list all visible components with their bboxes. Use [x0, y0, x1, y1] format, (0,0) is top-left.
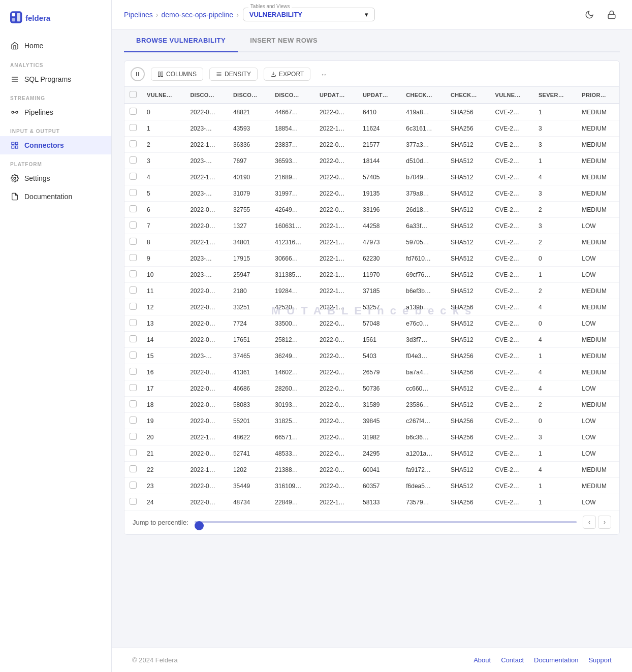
cell-value: 4	[533, 380, 577, 397]
cell-value: 2022-0…	[185, 380, 228, 397]
row-checkbox[interactable]	[130, 351, 137, 359]
row-checkbox[interactable]	[130, 286, 137, 294]
table-dropdown[interactable]: Tables and Views VULNERABILITY ▾	[243, 8, 375, 21]
cell-value: LOW	[577, 218, 619, 234]
cell-value: CVE-2…	[490, 364, 533, 380]
cell-value: SHA256	[446, 494, 490, 510]
row-checkbox[interactable]	[130, 189, 137, 196]
row-checkbox[interactable]	[130, 433, 137, 440]
svg-rect-16	[608, 14, 615, 18]
expand-button[interactable]: ↔	[317, 67, 331, 81]
export-button[interactable]: EXPORT	[264, 68, 310, 81]
row-checkbox[interactable]	[130, 270, 137, 277]
theme-toggle-button[interactable]	[581, 7, 597, 23]
cell-value: SHA256	[446, 429, 490, 445]
row-checkbox[interactable]	[130, 108, 137, 115]
cell-value: 2022-0…	[314, 137, 358, 153]
cell-value: 26579	[358, 364, 401, 380]
col-checkbox	[124, 87, 142, 104]
contact-link[interactable]: Contact	[501, 656, 524, 664]
percentile-slider[interactable]	[195, 521, 577, 523]
sidebar-item-documentation[interactable]: Documentation	[0, 187, 111, 206]
cell-value: 36336	[228, 137, 270, 153]
row-checkbox[interactable]	[130, 238, 137, 245]
footer: © 2024 Feldera About Contact Documentati…	[112, 648, 632, 672]
cell-value: 28260…	[270, 380, 314, 397]
cell-index: 16	[142, 364, 185, 380]
cell-value: SHA256	[446, 299, 490, 315]
cell-value: SHA256	[446, 364, 490, 380]
row-checkbox[interactable]	[130, 335, 137, 342]
cell-value: 2	[533, 397, 577, 413]
cell-value: 2	[533, 283, 577, 299]
row-checkbox[interactable]	[130, 319, 137, 326]
sidebar-item-home[interactable]: Home	[0, 36, 111, 55]
cell-value: SHA512	[446, 202, 490, 218]
row-checkbox[interactable]	[130, 156, 137, 164]
cell-index: 5	[142, 185, 185, 202]
columns-button[interactable]: COLUMNS	[151, 68, 203, 81]
next-arrow-button[interactable]: ›	[598, 516, 611, 529]
row-checkbox[interactable]	[130, 221, 137, 229]
cell-value: SHA512	[446, 397, 490, 413]
cell-value: 2022-0…	[185, 299, 228, 315]
row-checkbox[interactable]	[130, 140, 137, 147]
row-checkbox[interactable]	[130, 124, 137, 131]
col-updat2: UPDAT…	[358, 87, 401, 104]
row-checkbox[interactable]	[130, 400, 137, 407]
cell-value: 44258	[358, 218, 401, 234]
cell-value: 379a8…	[401, 185, 446, 202]
cell-value: 1	[533, 153, 577, 169]
svg-rect-12	[15, 142, 18, 145]
platform-section-label: PLATFORM	[0, 154, 111, 169]
row-checkbox[interactable]	[130, 254, 137, 261]
row-checkbox[interactable]	[130, 449, 137, 456]
sidebar-item-sql-programs[interactable]: SQL Programs	[0, 70, 111, 88]
support-link[interactable]: Support	[588, 656, 612, 664]
about-link[interactable]: About	[473, 656, 491, 664]
tab-browse[interactable]: BROWSE VULNERABILITY	[124, 29, 238, 52]
tab-insert[interactable]: INSERT NEW ROWS	[238, 29, 330, 52]
sidebar-item-connectors[interactable]: Connectors	[0, 136, 111, 154]
cell-value: 2022-0…	[314, 202, 358, 218]
pause-button[interactable]	[131, 67, 145, 81]
cell-value: 21388…	[270, 462, 314, 478]
percentile-cell: Jump to percentile: ‹ ›	[124, 510, 619, 534]
col-prior: PRIOR…	[577, 87, 619, 104]
prev-arrow-button[interactable]: ‹	[583, 516, 596, 529]
col-check1: CHECK…	[401, 87, 446, 104]
cell-value: CVE-2…	[490, 202, 533, 218]
cell-value: 39845	[358, 413, 401, 429]
sidebar-item-pipelines[interactable]: Pipelines	[0, 103, 111, 121]
density-button[interactable]: DENSITY	[209, 68, 258, 81]
cell-value: MEDIUM	[577, 169, 619, 185]
cell-value: 2023-…	[185, 267, 228, 283]
documentation-icon	[10, 192, 19, 201]
footer-links: About Contact Documentation Support	[473, 656, 612, 664]
row-checkbox[interactable]	[130, 173, 137, 180]
cell-value: 1	[533, 267, 577, 283]
pipeline-name-link[interactable]: demo-sec-ops-pipeline	[162, 11, 234, 19]
cell-value: 2022-1…	[185, 429, 228, 445]
cell-value: 1	[533, 445, 577, 462]
cell-index: 6	[142, 202, 185, 218]
documentation-footer-link[interactable]: Documentation	[534, 656, 578, 664]
sidebar-item-settings[interactable]: Settings	[0, 169, 111, 187]
row-checkbox[interactable]	[130, 482, 137, 489]
cell-value: SHA512	[446, 283, 490, 299]
row-checkbox[interactable]	[130, 465, 137, 472]
lock-button[interactable]	[604, 7, 620, 23]
select-all-checkbox[interactable]	[130, 91, 137, 98]
row-checkbox[interactable]	[130, 303, 137, 310]
cell-value: 2022-1…	[185, 234, 228, 250]
cell-value: 58083	[228, 397, 270, 413]
cell-value: 2	[533, 202, 577, 218]
cell-value: 2022-0…	[314, 397, 358, 413]
row-checkbox[interactable]	[130, 368, 137, 375]
row-checkbox[interactable]	[130, 205, 137, 212]
pipelines-breadcrumb-link[interactable]: Pipelines	[124, 11, 153, 19]
row-checkbox[interactable]	[130, 417, 137, 424]
row-checkbox[interactable]	[130, 384, 137, 391]
cell-value: 3	[533, 137, 577, 153]
row-checkbox[interactable]	[130, 498, 137, 505]
